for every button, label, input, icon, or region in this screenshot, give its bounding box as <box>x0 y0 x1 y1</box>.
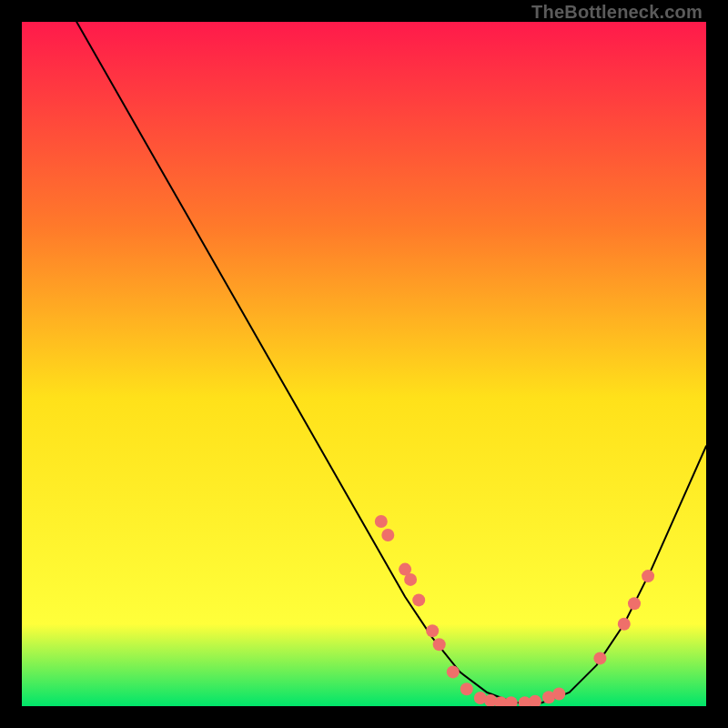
gradient-background <box>22 22 706 706</box>
curve-marker <box>552 688 565 701</box>
curve-marker <box>433 638 446 651</box>
curve-marker <box>375 515 388 528</box>
curve-marker <box>642 570 654 582</box>
curve-marker <box>460 682 473 695</box>
bottleneck-chart <box>22 22 706 706</box>
curve-marker <box>426 624 439 637</box>
curve-marker <box>593 652 606 664</box>
watermark-text: TheBottleneck.com <box>531 2 703 23</box>
curve-marker <box>404 573 417 586</box>
curve-marker <box>381 529 394 541</box>
curve-marker <box>412 593 425 606</box>
curve-marker <box>447 665 460 678</box>
curve-marker <box>618 618 631 631</box>
curve-marker <box>628 597 641 610</box>
chart-frame <box>22 22 706 706</box>
